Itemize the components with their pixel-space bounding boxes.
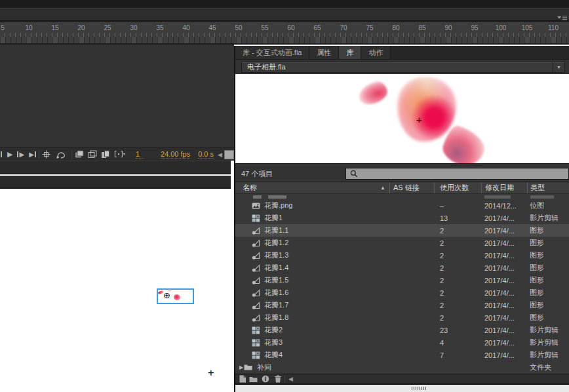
item-use-count: 4 xyxy=(434,339,481,347)
item-use-count: – xyxy=(434,202,481,210)
tab-actions[interactable]: 动作 xyxy=(361,46,391,59)
library-item-row[interactable]: 花瓣1.122017/4/...图形 xyxy=(235,224,569,237)
item-type: 图形 xyxy=(527,300,569,310)
library-item-row[interactable]: 花瓣1.822017/4/...图形 xyxy=(235,311,569,324)
registration-point-crosshair: + xyxy=(416,115,422,125)
item-modified-date: 2017/4/... xyxy=(481,302,527,309)
item-name: 花瓣1.6 xyxy=(264,288,288,298)
item-use-count: 2 xyxy=(434,239,481,247)
library-panel: 库 - 交互式动画.fla属性库动作 电子相册.fla ▼ + 47 个项目 xyxy=(234,46,569,392)
library-preview[interactable]: + xyxy=(235,74,569,164)
column-header-as-linkage[interactable]: AS 链接 xyxy=(389,182,434,193)
elapsed-time-value[interactable]: 0.0 s xyxy=(198,150,214,159)
current-frame-value[interactable]: 1 xyxy=(136,150,144,159)
item-properties-button[interactable] xyxy=(260,374,271,383)
graphic-symbol-icon xyxy=(235,277,264,284)
item-modified-date: 2017/4/... xyxy=(481,289,527,297)
graphic-symbol-icon xyxy=(235,314,264,322)
library-scroll-left-arrow[interactable]: ◀ xyxy=(286,376,295,382)
loop-playback-icon[interactable] xyxy=(56,149,66,160)
step-forward-icon[interactable]: ▶ xyxy=(17,149,24,160)
library-item-row[interactable]: 花瓣2232017/4/...影片剪辑 xyxy=(235,324,569,336)
item-modified-date: 2017/4/... xyxy=(481,339,527,347)
timeline-control-bar: ▶ ▶ ▶ 1 24.00 fps 0.0 s ◀ xyxy=(0,147,234,161)
library-item-row[interactable]: ▶补间文件夹 xyxy=(235,361,569,374)
tab-library[interactable]: 库 xyxy=(339,46,361,59)
movieclip-symbol-icon xyxy=(235,214,264,222)
frame-rate-value[interactable]: 24.00 fps xyxy=(161,150,190,159)
item-type: 图形 xyxy=(527,225,569,235)
item-modified-date: 2017/4/... xyxy=(481,239,527,247)
clipped-row xyxy=(235,194,569,199)
library-item-row[interactable]: 花瓣1132017/4/...影片剪辑 xyxy=(235,212,569,224)
timeline-bottom-bar xyxy=(0,176,231,189)
item-name: 花瓣1.2 xyxy=(264,238,288,248)
delete-item-button[interactable] xyxy=(272,374,283,383)
new-folder-button[interactable] xyxy=(248,374,259,383)
circle-plus-cursor: ⊕ xyxy=(163,291,170,300)
modify-markers-icon[interactable] xyxy=(114,149,125,160)
go-to-end-icon[interactable]: ▶ xyxy=(29,149,36,160)
item-type: 影片剪辑 xyxy=(527,338,569,347)
onion-skin-icon[interactable] xyxy=(75,149,84,160)
library-document-row: 电子相册.fla ▼ xyxy=(235,60,569,74)
divider xyxy=(284,375,285,383)
panel-resize-grip[interactable] xyxy=(412,387,426,390)
library-item-row[interactable]: 花瓣1.522017/4/...图形 xyxy=(235,274,569,286)
item-modified-date: 2017/4/... xyxy=(481,252,527,260)
timeline-ruler[interactable]: 5101520253035404550556065707580859095100… xyxy=(0,20,569,37)
onion-skin-outlines-icon[interactable] xyxy=(88,149,97,160)
item-type: 影片剪辑 xyxy=(527,350,569,360)
item-use-count: 2 xyxy=(434,227,481,235)
timeline-scrollbar-thumb[interactable] xyxy=(224,150,234,159)
search-input[interactable] xyxy=(361,170,568,178)
graphic-symbol-icon xyxy=(235,252,264,260)
library-item-row[interactable]: 花瓣342017/4/...影片剪辑 xyxy=(235,336,569,349)
library-item-row[interactable]: 花瓣1.622017/4/...图形 xyxy=(235,286,569,299)
column-header-use-count[interactable]: 使用次数 xyxy=(434,182,481,193)
go-to-first-frame-icon[interactable] xyxy=(1,149,2,160)
item-type: 图形 xyxy=(527,263,569,273)
panel-menu-icon[interactable] xyxy=(557,12,568,18)
item-name: 花瓣3 xyxy=(264,338,283,347)
column-header-type[interactable]: 类型 xyxy=(527,182,569,193)
stage-selection-box[interactable]: ⊕ xyxy=(157,288,194,304)
column-header-name[interactable]: 名称 ▲ xyxy=(235,182,389,193)
item-name: 花瓣1.3 xyxy=(264,250,288,260)
library-item-row[interactable]: 花瓣1.222017/4/...图形 xyxy=(235,237,569,249)
item-use-count: 2 xyxy=(434,264,481,272)
timeline-frames-band[interactable] xyxy=(0,37,569,45)
center-frame-icon[interactable] xyxy=(42,149,50,160)
item-type: 图形 xyxy=(527,250,569,260)
ruler-number: 105 xyxy=(522,24,533,31)
item-use-count: 13 xyxy=(434,214,481,222)
tab-library-document[interactable]: 库 - 交互式动画.fla xyxy=(235,46,309,59)
expand-arrow-icon[interactable]: ▶ xyxy=(235,364,244,370)
application-window: 5101520253035404550556065707580859095100… xyxy=(0,0,569,392)
new-symbol-button[interactable] xyxy=(237,374,248,383)
library-item-row[interactable]: 花瓣1.722017/4/...图形 xyxy=(235,299,569,311)
item-name: 花瓣1.8 xyxy=(264,313,288,323)
tab-properties[interactable]: 属性 xyxy=(309,46,339,59)
library-item-row[interactable]: 花瓣472017/4/...影片剪辑 xyxy=(235,349,569,361)
edit-multiple-frames-icon[interactable] xyxy=(101,149,110,160)
column-header-modified-date[interactable]: 修改日期 xyxy=(481,182,527,193)
library-search-box[interactable] xyxy=(345,168,569,180)
timeline-layers-area[interactable] xyxy=(0,45,234,147)
movieclip-symbol-icon xyxy=(235,351,264,359)
timeline-scroll-left-arrow[interactable]: ◀ xyxy=(216,151,224,158)
item-use-count: 2 xyxy=(434,277,481,284)
graphic-symbol-icon xyxy=(235,302,264,309)
library-item-row[interactable]: 花瓣1.322017/4/...图形 xyxy=(235,249,569,262)
library-item-row[interactable]: 花瓣.png–2014/12...位图 xyxy=(235,199,569,212)
ruler-number: 90 xyxy=(444,24,452,31)
play-icon[interactable]: ▶ xyxy=(7,149,12,160)
graphic-symbol-icon xyxy=(235,289,264,297)
timeline-status-bar xyxy=(0,161,231,174)
item-use-count: 23 xyxy=(434,326,481,334)
library-item-row[interactable]: 花瓣1.422017/4/...图形 xyxy=(235,262,569,274)
dropdown-arrow-icon[interactable]: ▼ xyxy=(553,62,564,72)
library-document-select[interactable]: 电子相册.fla ▼ xyxy=(241,62,565,73)
ruler-number: 70 xyxy=(340,24,347,31)
item-name: 补间 xyxy=(257,363,271,372)
